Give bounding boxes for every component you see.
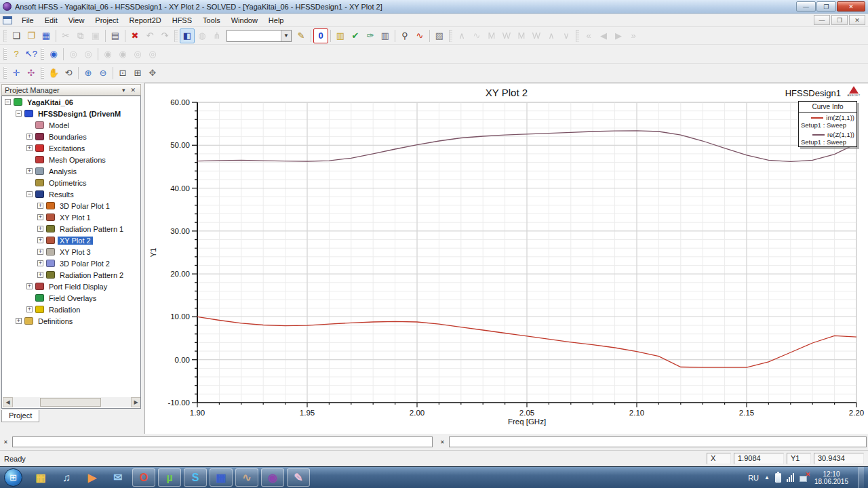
toolbar-grip[interactable] — [174, 30, 178, 42]
ansoft-app-icon[interactable]: ◉ — [261, 468, 284, 487]
mdi-minimize-button[interactable]: — — [814, 15, 830, 25]
tree-expander-icon[interactable]: + — [37, 272, 43, 278]
tree-expander-icon[interactable]: + — [26, 283, 33, 289]
tree-item-port-field-display[interactable]: +Port Field Display — [2, 281, 140, 292]
tree-item-label[interactable]: Mesh Operations — [47, 156, 108, 164]
view-option-4-icon[interactable]: ◎ — [145, 47, 160, 62]
paint-icon[interactable]: ✎ — [287, 468, 310, 487]
minimize-button[interactable]: — — [796, 1, 816, 12]
menu-help[interactable]: Help — [263, 15, 290, 26]
wave-2-icon[interactable]: ∿ — [469, 28, 484, 43]
tree-item-label[interactable]: Model — [47, 121, 71, 129]
help-topics-icon[interactable]: ? — [9, 47, 24, 62]
tree-item-label[interactable]: Radiation — [47, 306, 82, 314]
edit-variables-icon[interactable]: ✎ — [294, 28, 309, 43]
tree-item-xy-plot-1[interactable]: +XY Plot 1 — [2, 211, 140, 223]
pm-close-icon[interactable]: ✕ — [128, 87, 138, 94]
menu-report2d[interactable]: Report2D — [124, 15, 167, 26]
tree-item-analysis[interactable]: +Analysis — [2, 165, 140, 177]
open-icon[interactable]: ❐ — [24, 28, 39, 43]
copy-icon[interactable]: ⧉ — [73, 28, 88, 43]
toolbar-grip[interactable] — [3, 67, 7, 79]
toolbar-grip[interactable] — [41, 48, 44, 60]
mdi-restore-button[interactable]: ❐ — [831, 15, 848, 25]
tree-expander-icon[interactable]: + — [26, 168, 33, 174]
explorer-icon[interactable]: ▦ — [29, 468, 52, 487]
nav-first-icon[interactable]: « — [581, 28, 596, 43]
signal-icon[interactable] — [787, 473, 794, 482]
combo-dropdown-icon[interactable]: ▼ — [281, 30, 291, 41]
tray-clock[interactable]: 12:10 18.06.2015 — [814, 470, 848, 485]
tree-item-label[interactable]: XY Plot 1 — [58, 214, 93, 222]
tree-item-label[interactable]: XY Plot 2 — [58, 237, 93, 245]
pm-dropdown-icon[interactable]: ▾ — [120, 87, 127, 94]
tree-item-radiation-pattern-2[interactable]: +Radiation Pattern 2 — [2, 269, 140, 281]
menu-hfss[interactable]: HFSS — [167, 15, 197, 26]
hfss-coil-icon[interactable]: ∿ — [235, 468, 258, 487]
print-icon[interactable]: ▤ — [108, 28, 123, 43]
skype-icon[interactable]: S — [184, 468, 207, 487]
tray-expand-icon[interactable]: ▲ — [764, 474, 770, 481]
tree-expander-icon[interactable]: + — [26, 306, 33, 312]
tree-item-field-overlays[interactable]: Field Overlays — [2, 292, 140, 304]
tree-item-hfssdesign1-drivenm[interactable]: −HFSSDesign1 (DrivenM — [2, 108, 140, 119]
report-doc-icon[interactable]: ▥ — [378, 28, 393, 43]
curve-info-legend[interactable]: Curve Info im(Z(1,1))Setup1 : Sweepre(Z(… — [798, 101, 857, 147]
tree-item-boundaries[interactable]: +Boundaries — [2, 131, 140, 142]
tree-expander-icon[interactable]: + — [37, 249, 43, 255]
validate-icon[interactable]: 0 — [313, 28, 328, 43]
redo-icon[interactable]: ↷ — [157, 28, 172, 43]
paste-icon[interactable]: ▣ — [88, 28, 103, 43]
plot-curve-icon[interactable]: ∿ — [412, 28, 427, 43]
menu-view[interactable]: View — [63, 15, 90, 26]
search-icon[interactable]: ⚲ — [397, 28, 412, 43]
tree-item-label[interactable]: 3D Polar Plot 2 — [58, 260, 112, 268]
project-manager-header[interactable]: Project Manager ▾ ✕ — [1, 84, 141, 96]
tree-item-label[interactable]: Port Field Display — [47, 283, 109, 291]
battery-icon[interactable] — [775, 473, 781, 483]
tree-expander-icon[interactable]: + — [26, 145, 33, 151]
tree-item-label[interactable]: Radiation Pattern 1 — [58, 225, 125, 233]
start-button[interactable]: ⊞ — [4, 468, 22, 487]
cut-icon[interactable]: ✂ — [58, 28, 73, 43]
save-tool-icon[interactable]: ▦ — [210, 468, 233, 487]
mail-icon[interactable]: ✉ — [106, 468, 130, 487]
tree-item-yagakitai-06[interactable]: −YagaKitai_06 — [2, 96, 140, 108]
toolbar-grip[interactable] — [576, 30, 579, 42]
toolbar-grip[interactable] — [449, 30, 452, 42]
view-option-1-icon[interactable]: ◉ — [100, 47, 115, 62]
tree-item-label[interactable]: Radiation Pattern 2 — [58, 271, 125, 279]
scrollbar-thumb[interactable] — [40, 398, 101, 407]
tree-item-label[interactable]: 3D Polar Plot 1 — [58, 202, 112, 210]
language-indicator[interactable]: RU — [748, 474, 759, 482]
visibility-icon[interactable]: ◉ — [46, 47, 61, 62]
material-combo[interactable]: ▼ — [226, 30, 292, 42]
progress-window[interactable] — [449, 436, 867, 447]
wave-8-icon[interactable]: ∨ — [559, 28, 574, 43]
zoom-out-icon[interactable]: ⊖ — [96, 66, 111, 81]
nav-last-icon[interactable]: » — [626, 28, 641, 43]
tree-item-xy-plot-2[interactable]: +XY Plot 2 — [2, 235, 140, 246]
tree-expander-icon[interactable]: − — [5, 99, 11, 105]
nav-next-icon[interactable]: ▶ — [611, 28, 626, 43]
tree-expander-icon[interactable]: + — [37, 237, 43, 243]
tree-item-label[interactable]: HFSSDesign1 (DrivenM — [36, 110, 123, 118]
maximize-button[interactable]: ❐ — [816, 1, 836, 12]
tree-expander-icon[interactable]: − — [16, 110, 22, 117]
toolbar-grip[interactable] — [3, 30, 7, 42]
validation-icon[interactable]: ◍ — [195, 28, 210, 43]
check-icon[interactable]: ✔ — [348, 28, 363, 43]
tree-item-label[interactable]: Definitions — [36, 317, 75, 325]
tree-item-excitations[interactable]: +Excitations — [2, 142, 140, 154]
nav-prev-icon[interactable]: ◀ — [596, 28, 611, 43]
dock-close-icon[interactable]: ✕ — [1, 439, 10, 446]
tree-expander-icon[interactable]: + — [16, 318, 22, 324]
tree-item-label[interactable]: Field Overlays — [47, 294, 98, 302]
wave-1-icon[interactable]: ∧ — [454, 28, 469, 43]
project-tree-hscrollbar[interactable]: ◀ ▶ — [3, 397, 141, 407]
dock-close-icon[interactable]: ✕ — [438, 439, 447, 446]
tree-expander-icon[interactable]: + — [37, 260, 43, 266]
tree-item-3d-polar-plot-1[interactable]: +3D Polar Plot 1 — [2, 200, 140, 211]
wave-6-icon[interactable]: W — [529, 28, 544, 43]
fit-view-icon[interactable]: ⊞ — [130, 66, 145, 81]
